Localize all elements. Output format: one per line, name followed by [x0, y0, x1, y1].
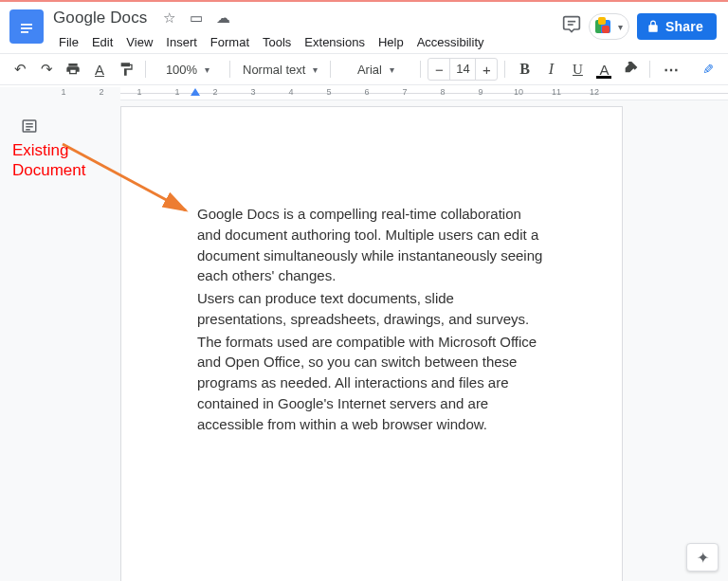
workspace: 121123456789101112 Existing Document Goo…: [0, 87, 728, 581]
ruler-tick: 10: [513, 87, 524, 97]
font-family-select[interactable]: Arial▾: [337, 57, 413, 82]
outline-toggle-button[interactable]: [17, 114, 42, 138]
undo-button[interactable]: ↶: [8, 57, 32, 82]
text-color-button[interactable]: A: [592, 57, 616, 82]
ruler-tick: 8: [437, 87, 448, 97]
separator: [504, 61, 505, 78]
paint-format-button[interactable]: [114, 57, 138, 82]
chevron-down-icon: ▾: [618, 22, 623, 32]
ruler-tick: 11: [551, 87, 562, 97]
menu-help[interactable]: Help: [373, 33, 410, 51]
comment-history-icon[interactable]: [562, 15, 581, 39]
menu-tools[interactable]: Tools: [257, 33, 297, 51]
ruler-tick: 2: [96, 87, 107, 97]
paragraph[interactable]: Google Docs is a compelling real-time co…: [197, 204, 546, 286]
svg-rect-0: [21, 24, 32, 26]
toolbar: ↶ ↷ A 100%▾ Normal text▾ Arial▾ − 14 + B…: [0, 53, 728, 85]
ruler-tick: 12: [589, 87, 600, 97]
ruler-tick: 5: [323, 87, 335, 97]
redo-button[interactable]: ↷: [34, 57, 59, 82]
ruler-tick: 7: [399, 87, 410, 97]
ruler-tick: 3: [247, 87, 259, 97]
menu-view[interactable]: View: [120, 33, 158, 51]
more-tools-button[interactable]: ⋯: [657, 57, 685, 82]
move-icon[interactable]: ▭: [188, 9, 205, 27]
editing-mode-button[interactable]: ✎: [696, 57, 720, 82]
separator: [420, 61, 421, 78]
menu-edit[interactable]: Edit: [86, 33, 118, 51]
title-icon-group: ☆ ▭ ☁: [155, 9, 231, 27]
share-button[interactable]: Share: [637, 13, 717, 40]
zoom-select[interactable]: 100%▾: [153, 57, 223, 82]
font-size-control[interactable]: − 14 +: [428, 58, 498, 81]
ruler-tick: 6: [361, 87, 373, 97]
chevron-down-icon: ▾: [390, 64, 394, 75]
explore-button[interactable]: ✦: [686, 543, 719, 572]
meet-button[interactable]: ▾: [589, 13, 629, 40]
spellcheck-button[interactable]: A: [87, 57, 112, 82]
document-title[interactable]: Google Docs: [53, 9, 147, 27]
docs-app-icon[interactable]: [9, 9, 44, 44]
ruler-tick: 2: [209, 87, 221, 97]
underline-button[interactable]: U: [565, 57, 590, 82]
svg-rect-2: [21, 31, 28, 33]
ruler[interactable]: 121123456789101112: [120, 87, 728, 100]
paragraph[interactable]: Users can produce text documents, slide …: [197, 288, 546, 330]
separator: [229, 61, 230, 78]
cloud-status-icon[interactable]: ☁: [214, 9, 231, 27]
chevron-down-icon: ▾: [205, 64, 209, 75]
paragraph-style-select[interactable]: Normal text▾: [237, 57, 323, 82]
ruler-tick: 4: [285, 87, 297, 97]
menu-extensions[interactable]: Extensions: [299, 33, 371, 51]
menu-accessibility[interactable]: Accessibility: [411, 33, 490, 51]
star-icon[interactable]: ☆: [160, 9, 177, 27]
separator: [649, 61, 650, 78]
separator: [145, 61, 146, 78]
title-bar: Google Docs ☆ ▭ ☁ File Edit View Insert …: [0, 2, 728, 53]
bold-button[interactable]: B: [512, 57, 537, 82]
font-size-input[interactable]: 14: [449, 59, 476, 80]
highlight-color-button[interactable]: [618, 57, 643, 82]
menu-file[interactable]: File: [53, 33, 84, 51]
italic-button[interactable]: I: [538, 57, 563, 82]
menu-format[interactable]: Format: [205, 33, 255, 51]
paragraph[interactable]: The formats used are compatible with Mic…: [197, 332, 546, 435]
menu-insert[interactable]: Insert: [160, 33, 203, 51]
menu-bar: File Edit View Insert Format Tools Exten…: [53, 31, 562, 52]
svg-rect-1: [21, 27, 32, 29]
ruler-tick: 9: [475, 87, 486, 97]
lock-icon: [646, 20, 660, 33]
indent-marker[interactable]: [191, 88, 200, 96]
ruler-tick: 1: [58, 87, 69, 97]
document-body[interactable]: Google Docs is a compelling real-time co…: [121, 107, 622, 434]
chevron-down-icon: ▾: [313, 64, 318, 75]
share-label: Share: [665, 19, 703, 34]
font-size-decrease[interactable]: −: [428, 62, 449, 78]
ruler-tick: 1: [134, 87, 145, 97]
print-button[interactable]: [61, 57, 85, 82]
ruler-tick: 1: [172, 87, 183, 97]
separator: [330, 61, 331, 78]
document-page[interactable]: Google Docs is a compelling real-time co…: [120, 106, 623, 581]
meet-icon: [595, 17, 614, 36]
font-size-increase[interactable]: +: [476, 62, 497, 78]
annotation-label: Existing Document: [12, 140, 85, 181]
